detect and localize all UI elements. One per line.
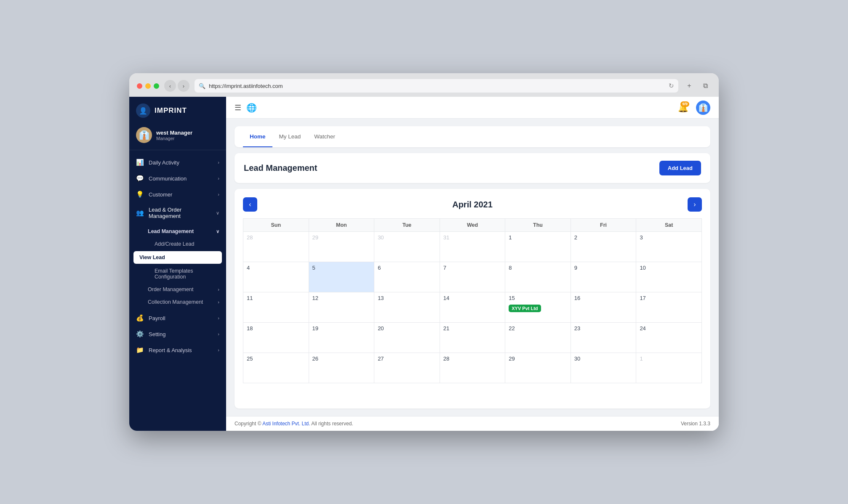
sidebar-item-customer[interactable]: 💡 Customer ›	[129, 186, 226, 202]
calendar-day[interactable]: 29	[309, 232, 374, 262]
sidebar-item-view-lead[interactable]: View Lead	[133, 251, 222, 264]
notification-badge: 9/9	[680, 101, 689, 107]
calendar-title: April 2021	[452, 200, 493, 210]
calendar-day[interactable]: 24	[636, 323, 702, 353]
calendar-event[interactable]: XYV Pvt Ltd	[509, 305, 541, 312]
calendar-day[interactable]: 21	[440, 323, 505, 353]
sidebar-item-order-management[interactable]: Order Management ›	[129, 283, 226, 296]
main-content: Home My Lead Watcher Lead Management Add…	[226, 119, 719, 416]
forward-button[interactable]: ›	[178, 80, 189, 92]
sidebar-item-email-templates[interactable]: Email Templates Configuration	[129, 265, 226, 283]
chevron-right-icon: ›	[218, 160, 219, 165]
notification-button[interactable]: 🔔 9/9	[676, 101, 690, 115]
calendar-day[interactable]: 17	[636, 292, 702, 323]
sidebar-item-communication[interactable]: 💬 Communication ›	[129, 170, 226, 186]
chevron-down-icon: ∨	[216, 210, 219, 216]
calendar-day[interactable]: 22	[505, 323, 571, 353]
calendar-day[interactable]: 13	[374, 292, 440, 323]
tab-my-lead[interactable]: My Lead	[272, 126, 308, 147]
calendar-day[interactable]: 1	[505, 232, 571, 262]
calendar-header: ‹ April 2021 ›	[243, 197, 702, 212]
reload-icon[interactable]: ↻	[669, 82, 674, 90]
sidebar-item-lead-order[interactable]: 👥 Lead & Order Management ∨	[129, 202, 226, 223]
browser-titlebar: ‹ › 🔍 https://imprint.astiinfotech.com ↻…	[129, 73, 719, 97]
tabs-card: Home My Lead Watcher	[235, 126, 710, 147]
weekday-wed: Wed	[440, 219, 505, 232]
sidebar-item-collection-management[interactable]: Collection Management ›	[129, 296, 226, 308]
calendar-day[interactable]: 4	[243, 262, 309, 292]
sidebar-item-setting[interactable]: ⚙️ Setting ›	[129, 326, 226, 342]
calendar-day[interactable]: 12	[309, 292, 374, 323]
calendar-day[interactable]: 3	[636, 232, 702, 262]
daily-activity-icon: 📊	[136, 159, 144, 166]
globe-icon[interactable]: 🌐	[246, 103, 257, 113]
add-tab-button[interactable]: +	[683, 80, 695, 92]
calendar-day[interactable]: 31	[440, 232, 505, 262]
tab-watcher[interactable]: Watcher	[307, 126, 342, 147]
sidebar-item-label: Customer	[149, 191, 213, 198]
calendar-day[interactable]: 6	[374, 262, 440, 292]
chevron-right-icon: ›	[218, 287, 219, 292]
calendar-day[interactable]: 14	[440, 292, 505, 323]
calendar-day[interactable]: 8	[505, 262, 571, 292]
calendar-day[interactable]: 1	[636, 353, 702, 383]
address-bar[interactable]: 🔍 https://imprint.astiinfotech.com ↻	[195, 79, 678, 93]
payroll-icon: 💰	[136, 314, 144, 322]
chevron-right-icon: ›	[218, 347, 219, 353]
sidebar-item-report-analysis[interactable]: 📁 Report & Analysis ›	[129, 342, 226, 358]
calendar-day[interactable]: 18	[243, 323, 309, 353]
communication-icon: 💬	[136, 175, 144, 182]
sidebar-item-add-create-lead[interactable]: Add/Create Lead	[129, 238, 226, 250]
hamburger-icon[interactable]: ☰	[235, 103, 241, 112]
chevron-right-icon: ›	[218, 192, 219, 197]
calendar-next-button[interactable]: ›	[688, 197, 702, 212]
view-lead-label: View Lead	[139, 255, 165, 260]
sidebar-item-label: Payroll	[149, 315, 213, 321]
calendar-day[interactable]: 27	[374, 353, 440, 383]
calendar-day[interactable]: 7	[440, 262, 505, 292]
maximize-button[interactable]	[154, 83, 159, 89]
close-button[interactable]	[137, 83, 142, 89]
logo-text: IMPRINT	[155, 106, 187, 115]
lead-order-icon: 👥	[136, 209, 144, 217]
calendar-day[interactable]: 5	[309, 262, 374, 292]
tab-home[interactable]: Home	[243, 126, 272, 147]
calendar-day[interactable]: 28	[243, 232, 309, 262]
sidebar-item-daily-activity[interactable]: 📊 Daily Activity ›	[129, 154, 226, 170]
calendar-day[interactable]: 20	[374, 323, 440, 353]
calendar-day[interactable]: 30	[374, 232, 440, 262]
sidebar-item-payroll[interactable]: 💰 Payroll ›	[129, 310, 226, 326]
calendar-day[interactable]: 2	[571, 232, 636, 262]
sidebar-item-label: Communication	[149, 175, 213, 182]
lead-management-label: Lead Management	[148, 228, 194, 234]
calendar-day[interactable]: 30	[571, 353, 636, 383]
calendar-day[interactable]: 23	[571, 323, 636, 353]
calendar-day[interactable]: 15XYV Pvt Ltd	[505, 292, 571, 323]
calendar-prev-button[interactable]: ‹	[243, 197, 257, 212]
add-lead-button[interactable]: Add Lead	[659, 161, 701, 175]
calendar-day[interactable]: 11	[243, 292, 309, 323]
calendar-day[interactable]: 25	[243, 353, 309, 383]
calendar-day[interactable]: 26	[309, 353, 374, 383]
tab-overview-button[interactable]: ⧉	[699, 80, 711, 92]
calendar-day[interactable]: 9	[571, 262, 636, 292]
sidebar-item-lead-management[interactable]: Lead Management ∨	[129, 225, 226, 238]
lead-management-title: Lead Management	[244, 163, 317, 173]
footer-version: Version 1.3.3	[681, 421, 710, 427]
main-area: ☰ 🌐 🔔 9/9 👔 Home	[226, 97, 719, 431]
weekday-sun: Sun	[243, 219, 309, 232]
add-create-lead-label: Add/Create Lead	[155, 241, 195, 247]
calendar-day[interactable]: 19	[309, 323, 374, 353]
sidebar-user[interactable]: 👔 west Manager Manager	[129, 123, 226, 150]
calendar-day[interactable]: 29	[505, 353, 571, 383]
weekday-sat: Sat	[636, 219, 702, 232]
chevron-right-icon: ›	[218, 176, 219, 181]
footer-link[interactable]: Asti Infotech Pvt. Ltd.	[262, 421, 310, 427]
calendar-day[interactable]: 16	[571, 292, 636, 323]
calendar-day[interactable]: 28	[440, 353, 505, 383]
calendar-day[interactable]: 10	[636, 262, 702, 292]
back-button[interactable]: ‹	[164, 80, 176, 92]
profile-button[interactable]: 👔	[696, 101, 710, 115]
sidebar-item-label: Setting	[149, 331, 213, 337]
minimize-button[interactable]	[145, 83, 151, 89]
